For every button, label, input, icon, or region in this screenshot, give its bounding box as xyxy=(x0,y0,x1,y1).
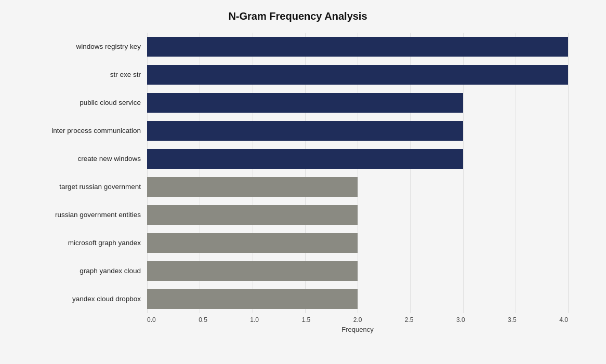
bar-track xyxy=(147,229,568,257)
bar-row: russian government entities xyxy=(28,201,568,229)
bar-row: yandex cloud dropbox xyxy=(28,285,568,313)
bar xyxy=(147,149,463,169)
axis-tick: 2.5 xyxy=(405,316,414,323)
bar-row: public cloud service xyxy=(28,89,568,117)
chart-body: windows registry keystr exe strpublic cl… xyxy=(28,33,568,313)
bar-row: target russian government xyxy=(28,173,568,201)
grid-line xyxy=(568,33,569,313)
bars-wrapper: windows registry keystr exe strpublic cl… xyxy=(28,33,568,313)
bar-track xyxy=(147,173,568,201)
bar xyxy=(147,37,568,57)
axis-tick: 3.5 xyxy=(508,316,517,323)
bar xyxy=(147,93,463,113)
bar xyxy=(147,177,358,197)
bar-label: inter process communication xyxy=(28,127,147,134)
bar-label: yandex cloud dropbox xyxy=(28,295,147,303)
bar-track xyxy=(147,257,568,285)
bar-row: graph yandex cloud xyxy=(28,257,568,285)
bar-row: microsoft graph yandex xyxy=(28,229,568,257)
bar xyxy=(147,205,358,225)
axis-labels: 0.00.51.01.52.02.53.03.54.0 xyxy=(147,316,568,323)
bar-label: public cloud service xyxy=(28,99,147,106)
bar-track xyxy=(147,61,568,89)
bar-row: windows registry key xyxy=(28,33,568,61)
bar-label: microsoft graph yandex xyxy=(28,239,147,247)
axis-tick: 1.5 xyxy=(301,316,310,323)
bar xyxy=(147,261,358,281)
bar-track xyxy=(147,285,568,313)
axis-tick: 0.5 xyxy=(199,316,207,323)
bar-row: str exe str xyxy=(28,61,568,89)
axis-tick: 3.0 xyxy=(456,316,465,323)
bar-track xyxy=(147,33,568,61)
bar-label: create new windows xyxy=(28,155,147,163)
bar-label: russian government entities xyxy=(28,211,147,219)
bar-label: graph yandex cloud xyxy=(28,267,147,275)
axis-tick: 4.0 xyxy=(559,316,568,323)
chart-title: N-Gram Frequency Analysis xyxy=(28,10,568,22)
axis-tick: 0.0 xyxy=(147,316,156,323)
bar-label: target russian government xyxy=(28,183,147,191)
bar xyxy=(147,233,358,253)
bar-track xyxy=(147,89,568,117)
bar-track xyxy=(147,201,568,229)
bar xyxy=(147,121,463,141)
bar-label: str exe str xyxy=(28,71,147,78)
bar-track xyxy=(147,145,568,173)
axis-tick: 2.0 xyxy=(353,316,362,323)
chart-container: N-Gram Frequency Analysis windows regist… xyxy=(17,0,589,364)
bar xyxy=(147,65,568,85)
bar-track xyxy=(147,117,568,145)
axis-title: Frequency xyxy=(147,326,568,333)
bar-label: windows registry key xyxy=(28,43,147,50)
bar-row: create new windows xyxy=(28,145,568,173)
axis-tick: 1.0 xyxy=(250,316,259,323)
bar xyxy=(147,289,358,309)
axis-area: 0.00.51.01.52.02.53.03.54.0 xyxy=(147,316,568,323)
bar-row: inter process communication xyxy=(28,117,568,145)
